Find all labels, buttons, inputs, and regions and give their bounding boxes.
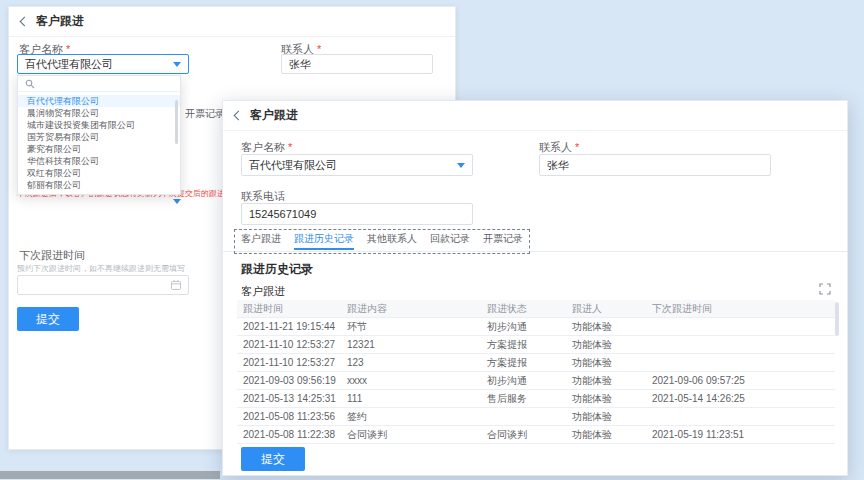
table-cell: 功能体验 bbox=[566, 408, 646, 425]
table-cell: 2021-05-08 11:22:38 bbox=[237, 426, 341, 443]
table-cell bbox=[481, 408, 566, 425]
column-header: 跟进人 bbox=[566, 300, 646, 317]
table-cell: 2021-05-08 11:23:56 bbox=[237, 408, 341, 425]
horizontal-scrollbar[interactable] bbox=[0, 471, 220, 479]
dropdown-option[interactable]: 华信科技有限公司 bbox=[18, 155, 180, 167]
column-header: 跟进内容 bbox=[341, 300, 481, 317]
calendar-icon bbox=[170, 279, 182, 291]
table-cell: 123 bbox=[341, 354, 481, 371]
table-cell: 初步沟通 bbox=[481, 372, 566, 389]
table-cell: 功能体验 bbox=[566, 354, 646, 371]
table-cell: 2021-05-13 14:25:31 bbox=[237, 390, 341, 407]
table-scrollbar[interactable] bbox=[835, 302, 839, 336]
table-cell bbox=[646, 336, 835, 353]
table-cell: 签约 bbox=[341, 408, 481, 425]
customer-name-label: 客户名称 bbox=[241, 140, 292, 155]
chevron-down-icon[interactable] bbox=[173, 199, 181, 204]
dropdown-option[interactable]: 城市建设投资集团有限公司 bbox=[18, 119, 180, 131]
table-cell: 12321 bbox=[341, 336, 481, 353]
contact-label: 联系人 bbox=[539, 140, 579, 155]
submit-button[interactable]: 提交 bbox=[17, 307, 79, 331]
back-icon[interactable] bbox=[20, 17, 30, 27]
tab-follow-history[interactable]: 跟进历史记录 bbox=[294, 232, 354, 250]
table-cell: 2021-11-10 12:53:27 bbox=[237, 354, 341, 371]
front-follow-panel: 客户跟进 客户名称 百代代理有限公司 联系人 联系电话 客户跟进跟进历史记录其他… bbox=[222, 100, 848, 476]
table-cell: 2021-09-03 09:56:19 bbox=[237, 372, 341, 389]
table-cell: 功能体验 bbox=[566, 318, 646, 335]
tab-other-contacts[interactable]: 其他联系人 bbox=[367, 232, 417, 250]
contact-input[interactable] bbox=[281, 54, 433, 74]
customer-select-value: 百代代理有限公司 bbox=[249, 158, 337, 173]
table-cell: 2021-09-06 09:57:25 bbox=[646, 372, 835, 389]
table-cell: 功能体验 bbox=[566, 336, 646, 353]
front-panel-title: 客户跟进 bbox=[250, 107, 298, 124]
table-row[interactable]: 2021-11-21 19:15:44环节初步沟通功能体验 bbox=[237, 318, 835, 336]
next-follow-date-input[interactable] bbox=[17, 275, 189, 295]
table-cell: 2021-05-19 11:23:51 bbox=[646, 426, 835, 443]
table-cell: 售后服务 bbox=[481, 390, 566, 407]
tab-invoice-records[interactable]: 开票记录 bbox=[483, 232, 523, 250]
table-cell: 初步沟通 bbox=[481, 318, 566, 335]
next-follow-hint: 预约下次跟进时间，如不再继续跟进则无需填写 bbox=[17, 263, 185, 274]
customer-select[interactable]: 百代代理有限公司 bbox=[241, 154, 473, 176]
customer-dropdown: 百代代理有限公司晨润物贸有限公司城市建设投资集团有限公司国芳贸易有限公司豪究有限… bbox=[17, 75, 181, 195]
phone-input[interactable] bbox=[241, 203, 473, 225]
back-panel-title: 客户跟进 bbox=[36, 13, 84, 30]
table-row[interactable]: 2021-11-10 12:53:2712321方案提报功能体验 bbox=[237, 336, 835, 354]
front-panel-header: 客户跟进 bbox=[223, 101, 847, 131]
column-header: 跟进状态 bbox=[481, 300, 566, 317]
table-cell bbox=[646, 318, 835, 335]
follow-history-table: 跟进时间跟进内容跟进状态跟进人下次跟进时间 2021-11-21 19:15:4… bbox=[237, 300, 835, 444]
front-tabs: 客户跟进跟进历史记录其他联系人回款记录开票记录 bbox=[234, 229, 530, 254]
table-cell: 功能体验 bbox=[566, 390, 646, 407]
phone-label: 联系电话 bbox=[241, 189, 285, 204]
table-cell bbox=[646, 354, 835, 371]
dropdown-scrollbar[interactable] bbox=[175, 100, 178, 144]
next-follow-label: 下次跟进时间 bbox=[19, 248, 85, 263]
tab-bar: 客户跟进跟进历史记录其他联系人回款记录开票记录 bbox=[223, 229, 847, 252]
customer-dropdown-list: 百代代理有限公司晨润物贸有限公司城市建设投资集团有限公司国芳贸易有限公司豪究有限… bbox=[18, 95, 180, 191]
dropdown-search[interactable] bbox=[18, 76, 180, 92]
tab-invoice-record-partial[interactable]: 开票记录 bbox=[185, 107, 225, 121]
dropdown-option[interactable]: 郁丽有限公司 bbox=[18, 179, 180, 191]
table-body: 2021-11-21 19:15:44环节初步沟通功能体验2021-11-10 … bbox=[237, 318, 835, 444]
table-cell bbox=[646, 408, 835, 425]
submit-button[interactable]: 提交 bbox=[241, 447, 305, 471]
table-cell: 方案提报 bbox=[481, 336, 566, 353]
table-cell: 功能体验 bbox=[566, 372, 646, 389]
table-header-row: 跟进时间跟进内容跟进状态跟进人下次跟进时间 bbox=[237, 300, 835, 318]
tab-customer-follow[interactable]: 客户跟进 bbox=[241, 232, 281, 250]
table-cell: 合同谈判 bbox=[481, 426, 566, 443]
table-cell: 功能体验 bbox=[566, 426, 646, 443]
table-cell: 方案提报 bbox=[481, 354, 566, 371]
tab-payment-records[interactable]: 回款记录 bbox=[430, 232, 470, 250]
table-cell: 2021-05-14 14:26:25 bbox=[646, 390, 835, 407]
expand-icon[interactable] bbox=[819, 283, 831, 295]
table-title: 客户跟进 bbox=[241, 284, 285, 299]
table-row[interactable]: 2021-11-10 12:53:27123方案提报功能体验 bbox=[237, 354, 835, 372]
table-row[interactable]: 2021-05-13 14:25:31111售后服务功能体验2021-05-14… bbox=[237, 390, 835, 408]
column-header: 下次跟进时间 bbox=[646, 300, 835, 317]
chevron-down-icon bbox=[457, 163, 465, 168]
dropdown-option[interactable]: 百代代理有限公司 bbox=[18, 95, 180, 107]
app-canvas: 客户跟进 客户名称 百代代理有限公司 联系人 开票记录 本次跟进后，该客户的跟进… bbox=[0, 0, 864, 480]
table-cell: 环节 bbox=[341, 318, 481, 335]
table-row[interactable]: 2021-09-03 09:56:19xxxx初步沟通功能体验2021-09-0… bbox=[237, 372, 835, 390]
table-row[interactable]: 2021-05-08 11:22:38合同谈判合同谈判功能体验2021-05-1… bbox=[237, 426, 835, 444]
back-icon[interactable] bbox=[234, 111, 244, 121]
table-row[interactable]: 2021-05-08 11:23:56签约功能体验 bbox=[237, 408, 835, 426]
chevron-down-icon bbox=[173, 62, 181, 67]
table-cell: 2021-11-10 12:53:27 bbox=[237, 336, 341, 353]
table-cell: xxxx bbox=[341, 372, 481, 389]
back-panel-header: 客户跟进 bbox=[9, 7, 455, 37]
customer-select-value: 百代代理有限公司 bbox=[25, 57, 113, 72]
customer-select[interactable]: 百代代理有限公司 bbox=[17, 54, 189, 74]
section-title: 跟进历史记录 bbox=[241, 261, 313, 278]
table-cell: 111 bbox=[341, 390, 481, 407]
dropdown-option[interactable]: 晨润物贸有限公司 bbox=[18, 107, 180, 119]
dropdown-option[interactable]: 国芳贸易有限公司 bbox=[18, 131, 180, 143]
dropdown-option[interactable]: 豪究有限公司 bbox=[18, 143, 180, 155]
contact-input[interactable] bbox=[539, 154, 771, 176]
dropdown-option[interactable]: 双红有限公司 bbox=[18, 167, 180, 179]
table-cell: 2021-11-21 19:15:44 bbox=[237, 318, 341, 335]
